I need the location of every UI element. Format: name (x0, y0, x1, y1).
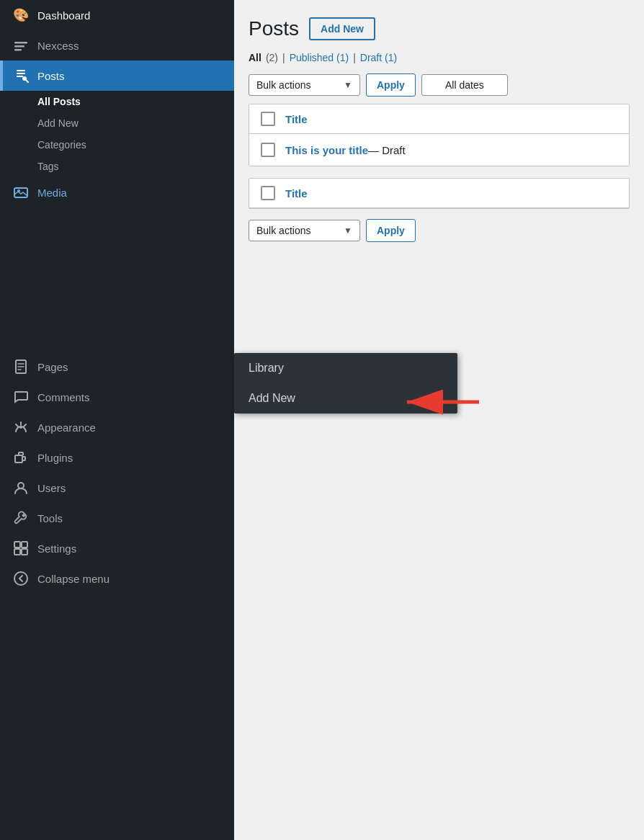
nexcess-icon (13, 37, 29, 53)
sidebar-item-posts[interactable]: Posts (0, 61, 234, 91)
sidebar-settings-label: Settings (37, 542, 76, 555)
sidebar-item-settings[interactable]: Settings (0, 533, 234, 563)
svg-rect-17 (22, 549, 27, 555)
sidebar-item-plugins[interactable]: Plugins (0, 442, 234, 473)
filter-all-label: All (249, 52, 261, 63)
sidebar-plugins-label: Plugins (37, 452, 73, 464)
posts-table-top: Title This is your title — Draft (249, 104, 630, 166)
filter-draft[interactable]: Draft (1) (360, 52, 397, 63)
svg-line-4 (27, 81, 29, 83)
page-header: Posts Add New (249, 17, 630, 40)
svg-rect-15 (22, 542, 27, 548)
svg-rect-1 (14, 45, 24, 48)
bulk-actions-select-top[interactable]: Bulk actions ▼ (249, 74, 360, 96)
svg-point-11 (19, 426, 22, 429)
appearance-icon (13, 419, 29, 435)
sidebar-comments-label: Comments (37, 391, 90, 403)
chevron-down-icon-bottom: ▼ (344, 225, 352, 236)
sidebar-pages-label: Pages (37, 361, 68, 373)
posts-table-bottom: Title (249, 178, 630, 209)
bulk-actions-select-bottom[interactable]: Bulk actions ▼ (249, 220, 360, 241)
plugins-icon (13, 450, 29, 465)
sidebar-item-nexcess[interactable]: Nexcess (0, 30, 234, 61)
table-header-row: Title (249, 104, 629, 134)
sidebar-item-appearance[interactable]: Appearance (0, 412, 234, 442)
bulk-actions-label-bottom: Bulk actions (256, 225, 310, 236)
header-checkbox[interactable] (261, 112, 275, 126)
sidebar-item-pages[interactable]: Pages (0, 352, 234, 382)
filter-sep2: | (353, 52, 356, 63)
svg-point-13 (18, 483, 24, 488)
add-new-button[interactable]: Add New (309, 17, 375, 40)
media-flyout: Library Add New (234, 353, 457, 414)
collapse-icon (13, 571, 29, 586)
post-status-label: — Draft (368, 144, 406, 156)
sidebar-posts-label: Posts (37, 70, 65, 82)
submenu-tags[interactable]: Tags (0, 156, 234, 177)
svg-rect-16 (14, 549, 20, 555)
post-title-link[interactable]: This is your title (285, 144, 368, 156)
row-checkbox-1[interactable] (261, 143, 275, 157)
sidebar-users-label: Users (37, 482, 66, 494)
svg-rect-14 (14, 542, 20, 548)
sidebar-tools-label: Tools (37, 512, 63, 524)
table-row: This is your title — Draft (249, 134, 629, 166)
top-toolbar: Bulk actions ▼ Apply All dates (249, 73, 630, 97)
all-dates-button[interactable]: All dates (421, 74, 508, 96)
sidebar: 🎨 Dashboard Nexcess Posts All Posts Add … (0, 0, 234, 840)
active-indicator (0, 61, 3, 91)
svg-rect-0 (14, 42, 27, 44)
users-icon (13, 480, 29, 496)
title-column-header[interactable]: Title (285, 113, 308, 125)
filter-published[interactable]: Published (1) (290, 52, 349, 63)
pages-icon (13, 359, 29, 375)
apply-button-top[interactable]: Apply (366, 73, 416, 97)
chevron-down-icon: ▼ (344, 80, 352, 90)
sidebar-item-dashboard[interactable]: 🎨 Dashboard (0, 0, 234, 30)
sidebar-item-users[interactable]: Users (0, 473, 234, 503)
settings-icon (13, 540, 29, 556)
sidebar-collapse-label: Collapse menu (37, 573, 109, 585)
main-content: Posts Add New All (2) | Published (1) | … (234, 0, 644, 840)
bottom-header-checkbox[interactable] (261, 186, 275, 200)
bottom-title-row: Title (249, 179, 629, 208)
dashboard-icon: 🎨 (13, 7, 29, 23)
apply-button-bottom[interactable]: Apply (366, 219, 416, 242)
posts-icon (13, 68, 29, 84)
submenu-categories[interactable]: Categories (0, 134, 234, 156)
filter-sep1: | (282, 52, 285, 63)
submenu-add-new[interactable]: Add New (0, 112, 234, 134)
bottom-toolbar: Bulk actions ▼ Apply (249, 219, 630, 242)
svg-rect-2 (14, 49, 22, 51)
sidebar-nexcess-label: Nexcess (37, 40, 79, 52)
sidebar-item-comments[interactable]: Comments (0, 382, 234, 412)
svg-rect-12 (15, 455, 22, 463)
comments-icon (13, 389, 29, 405)
flyout-library[interactable]: Library (234, 353, 457, 383)
sidebar-item-tools[interactable]: Tools (0, 503, 234, 533)
filter-all-count: (2) (266, 52, 278, 63)
flyout-add-new[interactable]: Add New (234, 383, 457, 414)
sidebar-item-collapse[interactable]: Collapse menu (0, 563, 234, 594)
svg-point-18 (14, 572, 27, 585)
sidebar-item-media[interactable]: Media (0, 177, 234, 207)
bulk-actions-label-top: Bulk actions (256, 79, 310, 91)
submenu-all-posts[interactable]: All Posts (0, 91, 234, 112)
sidebar-item-label: Dashboard (37, 9, 90, 22)
posts-submenu: All Posts Add New Categories Tags (0, 91, 234, 177)
bottom-title-column-header[interactable]: Title (285, 187, 308, 200)
sidebar-appearance-label: Appearance (37, 421, 96, 434)
sidebar-media-label: Media (37, 187, 67, 199)
filter-bar: All (2) | Published (1) | Draft (1) (249, 52, 630, 63)
media-icon (13, 184, 29, 200)
page-title: Posts (249, 17, 299, 40)
tools-icon (13, 510, 29, 526)
